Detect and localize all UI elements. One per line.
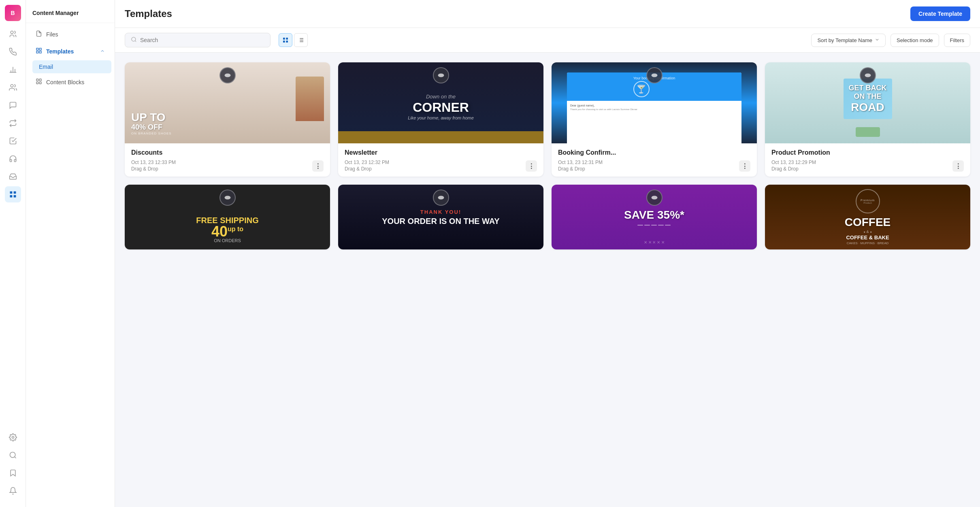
svg-rect-19 [36,82,38,84]
main-area: Templates Create Template Sort by Templa… [115,0,980,507]
templates-grid: UP TO 40% OFF ON BRANDED SHOES Discounts… [125,62,970,249]
sidebar-item-templates-label: Templates [46,48,74,55]
search-box [125,33,271,47]
nav-search2-icon[interactable] [5,447,21,463]
card-method-discounts: Drag & Drop [131,166,176,172]
filters-button[interactable]: Filters [944,34,970,47]
card-info-booking: Booking Confirm... Oct 13, 23 12:31 PM D… [552,143,757,177]
content-area: UP TO 40% OFF ON BRANDED SHOES Discounts… [115,53,980,507]
svg-rect-24 [286,38,288,40]
svg-point-35 [651,74,657,77]
sort-label: Sort by Template Name [817,37,872,43]
template-card-newsletter[interactable]: Down on the CORNER Like your home, away … [338,62,543,177]
search-input[interactable] [140,37,264,43]
templates-icon [36,47,42,55]
card-meta-booking: Oct 13, 23 12:31 PM Drag & Drop ⋮ [558,160,750,172]
sidebar-item-email-label: Email [39,64,53,70]
sidebar-title: Content Manager [26,6,115,23]
nav-content-icon[interactable] [5,186,21,202]
card-preview-save35: SAVE 35%* ✕ ✕ ✕ ✕ ✕ [552,185,757,249]
sidebar-item-email[interactable]: Email [32,60,111,73]
card-preview-discounts: UP TO 40% OFF ON BRANDED SHOES [125,62,330,143]
card-preview-freeship: FREE SHIPPING 40up to ON ORDERS [125,185,330,249]
card-date-product: Oct 13, 23 12:29 PM [771,160,816,165]
sidebar-item-files[interactable]: Files [29,26,111,43]
product-img: GET BACK ON THE ROAD [844,79,892,119]
card-method-booking: Drag & Drop [558,166,603,172]
nav-chat-icon[interactable] [5,97,21,113]
svg-point-10 [12,437,14,439]
nav-phone-icon[interactable] [5,44,21,60]
svg-rect-23 [283,38,285,40]
order-text: THANK YOU! YOUR ORDER IS ON THE WAY [375,209,506,226]
nav-bookmark-icon[interactable] [5,465,21,481]
card-info-newsletter: Newsletter Oct 13, 23 12:32 PM Drag & Dr… [338,143,543,177]
nav-task-icon[interactable] [5,133,21,149]
user-avatar[interactable]: B [5,5,21,21]
newsletter-bar [338,131,543,143]
search-icon [131,36,137,44]
coffee-content: Premium Product COFFEE ⬥ & ⬥ COFFEE & BA… [845,189,891,245]
booking-body: Dear (guest name), Thank you for choosin… [567,101,741,114]
view-toggle [279,33,308,47]
nav-settings-icon[interactable] [5,429,21,445]
selection-label: Selection mode [897,37,933,43]
sort-button[interactable]: Sort by Template Name [811,34,886,47]
nav-flow-icon[interactable] [5,115,21,131]
sidebar-item-content-blocks[interactable]: Content Blocks [29,74,111,90]
card-name-booking: Booking Confirm... [558,149,750,156]
nav-bell-icon[interactable] [5,483,21,499]
template-card-save35[interactable]: SAVE 35%* ✕ ✕ ✕ ✕ ✕ [552,185,757,249]
preview-logo-product [860,67,876,83]
nav-contacts-icon[interactable] [5,26,21,42]
svg-point-11 [10,452,15,458]
card-more-product[interactable]: ⋮ [952,160,964,172]
save35-content: SAVE 35%* [624,209,684,226]
preview-logo-booking [646,67,663,83]
nav-chart-icon[interactable] [5,62,21,78]
card-more-discounts[interactable]: ⋮ [312,160,324,172]
card-date-booking: Oct 13, 23 12:31 PM [558,160,603,165]
svg-rect-6 [10,192,12,194]
person-silhouette [296,77,324,121]
card-info-product: Product Promotion Oct 13, 23 12:29 PM Dr… [765,143,970,177]
toolbar: Sort by Template Name Selection mode Fil… [115,28,980,53]
list-view-button[interactable] [294,33,308,47]
nav-support-icon[interactable] [5,151,21,167]
card-info-discounts: Discounts Oct 13, 23 12:33 PM Drag & Dro… [125,143,330,177]
svg-rect-16 [36,51,38,53]
content-blocks-icon [36,78,42,86]
card-more-booking[interactable]: ⋮ [739,160,750,172]
template-card-order[interactable]: THANK YOU! YOUR ORDER IS ON THE WAY [338,185,543,249]
card-more-newsletter[interactable]: ⋮ [526,160,537,172]
create-template-button[interactable]: Create Template [910,6,970,21]
page-title: Templates [125,8,172,19]
sidebar-item-files-label: Files [46,31,58,38]
template-card-booking[interactable]: Your booking confirmation 🍸 Dear (guest … [552,62,757,177]
filters-label: Filters [950,37,964,43]
main-header: Templates Create Template [115,0,980,28]
card-name-discounts: Discounts [131,149,324,156]
svg-point-38 [438,196,444,200]
svg-point-33 [224,74,230,77]
discount-text: UP TO 40% OFF ON BRANDED SHOES [131,112,172,135]
nav-inbox-icon[interactable] [5,168,21,185]
svg-rect-9 [13,195,16,198]
grid-view-button[interactable] [279,33,292,47]
nav-users-icon[interactable] [5,79,21,96]
selection-mode-button[interactable]: Selection mode [891,34,939,47]
icon-bar: B [0,0,26,507]
svg-rect-25 [283,40,285,43]
sidebar: Content Manager Files Templates Email Co… [26,0,115,507]
card-preview-order: THANK YOU! YOUR ORDER IS ON THE WAY [338,185,543,249]
sidebar-item-templates[interactable]: Templates [29,43,111,60]
template-card-freeship[interactable]: FREE SHIPPING 40up to ON ORDERS [125,185,330,249]
svg-rect-15 [39,51,41,53]
card-name-newsletter: Newsletter [345,149,537,156]
template-card-product[interactable]: GET BACK ON THE ROAD Product Promotion O… [765,62,970,177]
template-card-coffee[interactable]: Premium Product COFFEE ⬥ & ⬥ COFFEE & BA… [765,185,970,249]
product-van [765,127,970,137]
template-card-discounts[interactable]: UP TO 40% OFF ON BRANDED SHOES Discounts… [125,62,330,177]
svg-rect-17 [36,79,38,81]
card-name-product: Product Promotion [771,149,964,156]
